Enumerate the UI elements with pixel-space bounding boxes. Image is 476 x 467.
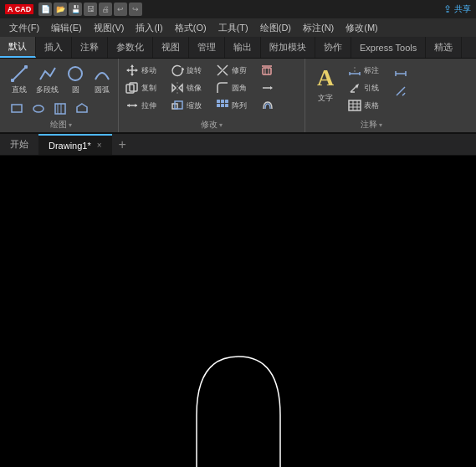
mirror-label: 镜像: [187, 83, 202, 94]
menu-edit[interactable]: 编辑(E): [45, 20, 88, 36]
canvas-area: [0, 156, 476, 467]
move-icon: [125, 63, 140, 78]
svg-point-3: [69, 67, 82, 80]
canvas-svg: [0, 156, 476, 467]
svg-marker-14: [180, 66, 184, 70]
ribbon-group-modify: 移动 旋转 修剪: [119, 59, 305, 132]
new-icon[interactable]: 📄: [38, 3, 52, 16]
rotate-icon: [170, 63, 185, 78]
tool-linedim[interactable]: [391, 65, 434, 82]
tool-scale[interactable]: 缩放: [167, 97, 211, 114]
modify-expand-icon[interactable]: ▾: [219, 121, 223, 129]
menu-tools[interactable]: 工具(T): [212, 20, 254, 36]
menu-file[interactable]: 文件(F): [3, 20, 45, 36]
tab-annotation[interactable]: 注释: [72, 37, 108, 58]
menu-modify[interactable]: 修改(M): [340, 20, 384, 36]
angledim-icon: [393, 84, 408, 99]
tab-insert[interactable]: 插入: [36, 37, 72, 58]
tab-output[interactable]: 输出: [225, 37, 261, 58]
tool-hatch[interactable]: [50, 100, 70, 118]
tool-trim[interactable]: 修剪: [212, 62, 256, 79]
print-icon[interactable]: 🖨: [99, 3, 112, 16]
scale-icon: [170, 98, 185, 113]
menu-insert[interactable]: 插入(I): [130, 20, 168, 36]
tab-addon[interactable]: 附加模块: [261, 37, 315, 58]
tab-parametric[interactable]: 参数化: [108, 37, 153, 58]
menu-dimension[interactable]: 标注(N): [297, 20, 340, 36]
svg-marker-31: [135, 104, 137, 107]
polyline-label: 多段线: [36, 85, 59, 95]
tool-array[interactable]: 阵列: [212, 97, 256, 114]
tool-arc[interactable]: 圆弧: [90, 62, 115, 97]
modify-label-text: 修改: [201, 119, 218, 131]
tool-circle[interactable]: 圆: [63, 62, 88, 97]
tab-start[interactable]: 开始: [0, 134, 38, 155]
undo-icon[interactable]: ↩: [114, 3, 127, 16]
save-icon[interactable]: 💾: [69, 3, 82, 16]
tool-erase[interactable]: [258, 62, 301, 79]
share-label: 共享: [454, 3, 471, 15]
svg-rect-33: [175, 101, 182, 109]
dimension-tools-col: 标注 引线 表格: [345, 62, 388, 114]
tool-text[interactable]: A 文字: [309, 62, 342, 106]
tool-table[interactable]: 表格: [345, 97, 388, 114]
tool-fillet[interactable]: 圆角: [212, 80, 256, 96]
scale-label: 缩放: [187, 100, 202, 111]
drawing-tabs: 开始 Drawing1* × +: [0, 134, 476, 156]
svg-marker-9: [77, 104, 87, 112]
offset-icon: [260, 98, 275, 113]
tool-dimension[interactable]: 标注: [345, 62, 388, 79]
tab-default[interactable]: 默认: [0, 37, 36, 58]
tool-move[interactable]: 移动: [122, 62, 166, 79]
menu-view[interactable]: 视图(V): [88, 20, 131, 36]
menu-bar: 文件(F) 编辑(E) 视图(V) 插入(I) 格式(O) 工具(T) 绘图(D…: [0, 18, 476, 37]
redo-icon[interactable]: ↪: [129, 3, 142, 16]
tool-stretch[interactable]: 拉伸: [122, 97, 166, 114]
hatch-icon: [53, 101, 68, 116]
modify-group-label: 修改 ▾: [122, 119, 301, 132]
tool-angledim[interactable]: [391, 83, 434, 100]
annotation-expand-icon[interactable]: ▾: [379, 121, 382, 129]
tab-manage[interactable]: 管理: [189, 37, 225, 58]
svg-rect-18: [263, 68, 271, 74]
arc-icon: [92, 64, 112, 84]
drawing1-tab-label: Drawing1*: [49, 141, 91, 151]
tool-polyline[interactable]: 多段线: [33, 62, 61, 97]
svg-rect-38: [221, 104, 224, 107]
fillet-icon: [215, 80, 230, 95]
svg-marker-10: [131, 64, 134, 67]
svg-marker-12: [126, 69, 129, 72]
rotate-label: 旋转: [187, 65, 202, 76]
tab-featured[interactable]: 精选: [426, 37, 462, 58]
tab-close-icon[interactable]: ×: [97, 141, 102, 150]
svg-rect-36: [225, 100, 228, 103]
svg-rect-1: [11, 79, 14, 82]
menu-format[interactable]: 格式(O): [169, 20, 212, 36]
saveas-icon[interactable]: 🖫: [84, 3, 97, 16]
fillet-label: 圆角: [232, 83, 247, 94]
svg-line-0: [13, 67, 26, 80]
open-icon[interactable]: 📂: [54, 3, 67, 16]
tab-drawing1[interactable]: Drawing1* ×: [38, 134, 112, 155]
tool-extra[interactable]: [28, 100, 49, 118]
tab-collaborate[interactable]: 协作: [315, 37, 351, 58]
svg-marker-30: [127, 104, 130, 107]
share-button[interactable]: ⇪ 共享: [443, 3, 471, 15]
tool-leader[interactable]: 引线: [345, 80, 388, 96]
tab-add-button[interactable]: +: [112, 134, 133, 155]
tool-copy[interactable]: 复制: [122, 80, 166, 96]
tool-mirror[interactable]: 镜像: [167, 80, 211, 96]
tool-extend[interactable]: [258, 80, 301, 96]
menu-draw[interactable]: 绘图(D): [254, 20, 297, 36]
tab-express-tools[interactable]: Express Tools: [351, 37, 426, 58]
tab-view[interactable]: 视图: [153, 37, 189, 58]
stretch-icon: [125, 98, 140, 113]
annotation-tools: A 文字 标注 引线: [309, 62, 434, 119]
tool-rotate[interactable]: 旋转: [167, 62, 211, 79]
tool-rect[interactable]: [7, 100, 27, 118]
leader-icon: [347, 80, 362, 95]
draw-expand-icon[interactable]: ▾: [69, 121, 72, 129]
tool-region[interactable]: [72, 100, 92, 118]
tool-offset[interactable]: [258, 97, 301, 114]
tool-line[interactable]: 直线: [7, 62, 32, 97]
